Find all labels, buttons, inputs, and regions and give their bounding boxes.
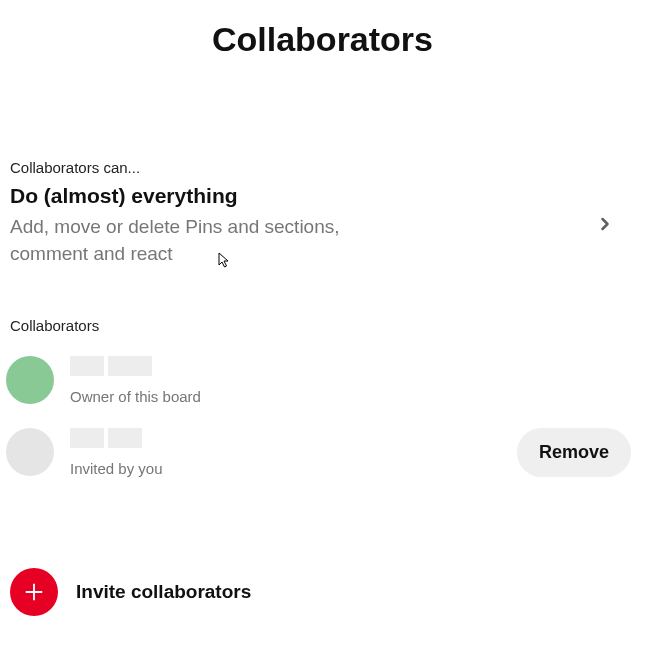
collaborator-name (70, 428, 517, 456)
remove-button[interactable]: Remove (517, 428, 631, 477)
collaborator-row-owner: Owner of this board (0, 344, 645, 416)
collaborator-action: Remove (517, 428, 635, 477)
permissions-section: Collaborators can... Do (almost) everyth… (0, 159, 645, 267)
permissions-title: Do (almost) everything (10, 184, 510, 208)
permissions-text: Do (almost) everything Add, move or dele… (10, 184, 510, 267)
collaborator-subtitle: Owner of this board (70, 388, 635, 405)
plus-icon (10, 568, 58, 616)
permissions-row[interactable]: Do (almost) everything Add, move or dele… (0, 176, 645, 267)
collaborator-row-invited: Invited by you Remove (0, 416, 645, 488)
collaborator-subtitle: Invited by you (70, 460, 517, 477)
permissions-description: Add, move or delete Pins and sections, c… (10, 214, 370, 267)
collaborator-name (70, 356, 635, 384)
collaborator-info: Owner of this board (70, 356, 635, 405)
permissions-section-label: Collaborators can... (0, 159, 645, 176)
avatar (6, 356, 54, 404)
avatar (6, 428, 54, 476)
chevron-right-icon (595, 214, 615, 238)
invite-collaborators-row[interactable]: Invite collaborators (0, 568, 645, 616)
page-title: Collaborators (0, 20, 645, 59)
invite-label: Invite collaborators (76, 581, 251, 603)
collaborators-list: Owner of this board Invited by you Remov… (0, 344, 645, 488)
collaborators-section: Collaborators Owner of this board Invite… (0, 317, 645, 488)
collaborator-info: Invited by you (70, 428, 517, 477)
collaborators-section-label: Collaborators (0, 317, 645, 334)
